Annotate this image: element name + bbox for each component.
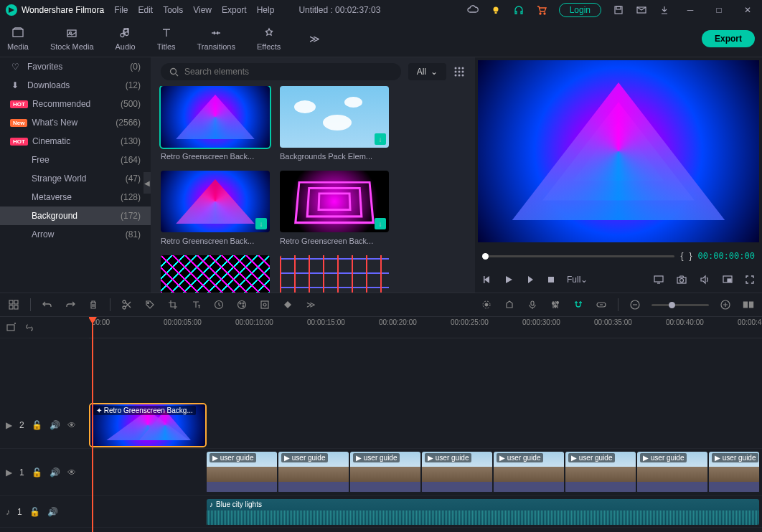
timeline-clip[interactable]: ▶ user guide [709, 452, 759, 493]
tab-stock-media[interactable]: Stock Media [50, 27, 94, 51]
menu-edit[interactable]: Edit [138, 5, 154, 15]
link-icon[interactable] [595, 298, 608, 311]
menu-file[interactable]: File [114, 5, 128, 15]
keyframe-icon[interactable] [281, 298, 294, 311]
timeline-clip[interactable]: ▶ user guide [637, 452, 707, 493]
timeline-clip[interactable]: ▶ user guide [565, 452, 636, 493]
timeline-ruler[interactable]: 00:00 00:00:05:00 00:00:10:00 00:00:15:0… [89, 317, 762, 338]
visibility-icon[interactable]: 👁 [67, 467, 76, 478]
search-input[interactable] [184, 67, 392, 77]
greenscreen-icon[interactable] [258, 298, 271, 311]
delete-icon[interactable] [87, 298, 100, 311]
download-update-icon[interactable] [659, 4, 670, 16]
zoom-out-icon[interactable] [629, 298, 641, 311]
filter-dropdown[interactable]: All ⌄ [408, 63, 446, 80]
tab-media[interactable]: Media [7, 27, 29, 51]
minimize-button[interactable]: ─ [682, 5, 699, 15]
redo-icon[interactable] [64, 298, 77, 311]
thumbnail-item[interactable]: ↓ Backgrounds Pack Elem... [280, 86, 389, 161]
tab-transitions[interactable]: Transitions [197, 27, 235, 51]
sidebar-sub-background[interactable]: Background (172) [0, 206, 151, 225]
sidebar-item-whats-new[interactable]: New What's New (2566) [0, 113, 151, 132]
lock-icon[interactable]: 🔓 [29, 507, 40, 517]
add-track-icon[interactable] [6, 322, 17, 333]
save-icon[interactable] [613, 4, 624, 16]
zoom-fit-icon[interactable] [742, 298, 755, 311]
lightbulb-icon[interactable] [490, 4, 502, 16]
thumbnail-item[interactable] [161, 255, 270, 293]
track-type-icon[interactable]: ♪ [6, 507, 10, 517]
mark-in-icon[interactable]: { [680, 251, 683, 261]
thumbnail-item[interactable]: ↓ Retro Greenscreen Back... [161, 171, 270, 245]
timeline-clip[interactable]: ▶ user guide [350, 452, 420, 493]
timeline-audio-clip[interactable]: ♪ Blue city lights [207, 499, 759, 525]
menu-help[interactable]: Help [257, 5, 275, 15]
headphones-icon[interactable] [513, 4, 525, 16]
track-video1[interactable]: ▶ user guide ▶ user guide ▶ user guide ▶… [89, 449, 762, 496]
login-button[interactable]: Login [559, 3, 601, 17]
zoom-slider[interactable] [652, 304, 709, 306]
pip-icon[interactable] [722, 274, 733, 285]
preview-video[interactable] [478, 60, 759, 242]
cloud-icon[interactable] [467, 4, 479, 16]
snap-icon[interactable] [572, 298, 585, 311]
sidebar-item-favorites[interactable]: ♡ Favorites (0) [0, 57, 151, 76]
tab-audio[interactable]: Audio [116, 27, 136, 51]
chain-icon[interactable] [24, 323, 34, 333]
cart-icon[interactable] [536, 4, 547, 16]
timeline-clip[interactable]: ▶ user guide [278, 452, 349, 493]
stop-icon[interactable] [547, 275, 555, 284]
timeline-clip[interactable]: ▶ user guide [207, 452, 277, 493]
tab-titles[interactable]: Titles [157, 27, 176, 51]
sidebar-sub-strange-world[interactable]: Strange World (47) [0, 169, 151, 188]
mute-icon[interactable]: 🔊 [50, 467, 60, 478]
grid-view-icon[interactable] [453, 66, 465, 77]
mute-icon[interactable]: 🔊 [50, 420, 60, 430]
timeline-clip[interactable]: ✦ Retro Greenscreen Backg... [90, 404, 205, 446]
sidebar-sub-metaverse[interactable]: Metaverse (128) [0, 188, 151, 206]
thumbnail-item[interactable]: Retro Greenscreen Back... [161, 86, 270, 161]
mail-icon[interactable] [636, 4, 647, 16]
visibility-icon[interactable]: 👁 [67, 420, 76, 430]
text-icon[interactable] [189, 298, 202, 311]
lock-icon[interactable]: 🔓 [32, 420, 42, 430]
thumbnail-item[interactable]: ↓ Retro Greenscreen Back... [280, 171, 389, 245]
sidebar-item-recommended[interactable]: HOT Recommended (500) [0, 95, 151, 113]
menu-tools[interactable]: Tools [163, 5, 183, 15]
fullscreen-icon[interactable] [745, 275, 755, 285]
lock-icon[interactable]: 🔓 [32, 467, 42, 478]
tracks-area[interactable]: 00:00 00:00:05:00 00:00:10:00 00:00:15:0… [89, 317, 762, 532]
collapse-sidebar-icon[interactable]: ◀ [144, 172, 151, 194]
sidebar-sub-free[interactable]: Free (164) [0, 151, 151, 169]
track-type-icon[interactable]: ▶ [6, 420, 12, 430]
split-icon[interactable] [121, 298, 133, 311]
layout-icon[interactable] [7, 298, 20, 311]
mark-out-icon[interactable]: } [690, 251, 692, 261]
more-tools-icon[interactable]: ≫ [304, 298, 317, 311]
marker-icon[interactable] [503, 298, 516, 311]
audio-mixer-icon[interactable] [549, 298, 562, 311]
track-audio1[interactable]: ♪ Blue city lights [89, 496, 762, 528]
tag-icon[interactable] [144, 298, 156, 311]
tab-effects[interactable]: Effects [257, 27, 281, 51]
quality-dropdown[interactable]: Full ⌄ [567, 275, 588, 285]
undo-icon[interactable] [41, 298, 54, 311]
close-button[interactable]: ✕ [739, 5, 756, 15]
timeline-clip[interactable]: ▶ user guide [494, 452, 564, 493]
track-type-icon[interactable]: ▶ [6, 467, 12, 478]
zoom-in-icon[interactable] [719, 298, 732, 311]
color-icon[interactable] [235, 298, 248, 311]
track-video2[interactable]: ✦ Retro Greenscreen Backg... [89, 402, 762, 449]
search-box[interactable] [161, 63, 401, 80]
mute-icon[interactable]: 🔊 [47, 507, 58, 517]
menu-view[interactable]: View [193, 5, 212, 15]
menu-export[interactable]: Export [222, 5, 247, 15]
playhead[interactable] [92, 317, 93, 532]
preview-seek-bar[interactable] [482, 255, 674, 257]
prev-frame-icon[interactable] [482, 275, 492, 285]
volume-icon[interactable] [699, 274, 710, 285]
thumbnail-item[interactable] [280, 255, 389, 293]
sidebar-item-downloads[interactable]: ⬇ Downloads (12) [0, 76, 151, 95]
speed-icon[interactable] [212, 298, 225, 311]
timeline-clip[interactable]: ▶ user guide [422, 452, 492, 493]
